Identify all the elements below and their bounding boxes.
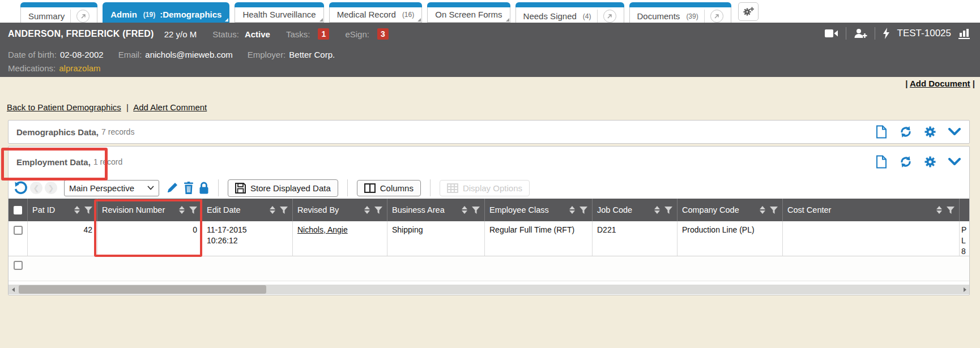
column-label: Pat ID <box>32 205 71 214</box>
back-to-demographics-link[interactable]: Back to Patient Demographics <box>7 102 121 112</box>
undo-icon[interactable] <box>13 181 28 195</box>
sort-icon[interactable] <box>74 206 80 214</box>
tab-count: (4) <box>583 12 591 20</box>
grid-header-row: Pat ID Revision Number Edit Date Revised… <box>8 199 969 221</box>
tab-accent-strip <box>103 2 229 7</box>
tab-medical-record[interactable]: Medical Record(16) <box>329 2 423 23</box>
cell-pat-id: 42 <box>27 221 97 256</box>
column-header-employee-class[interactable]: Employee Class <box>484 199 592 221</box>
gear-icon[interactable] <box>923 125 937 139</box>
select-chevron-icon <box>147 186 154 190</box>
scroll-right-arrow-icon[interactable] <box>960 287 969 292</box>
column-label: Cost Center <box>787 205 933 214</box>
row-checkbox[interactable] <box>14 226 23 235</box>
footer-checkbox[interactable] <box>14 261 23 270</box>
popout-arrow-icon[interactable] <box>76 10 90 23</box>
scrollbar-thumb[interactable] <box>19 285 266 294</box>
lock-icon[interactable] <box>199 182 209 194</box>
tasks-label: Tasks: <box>286 29 310 39</box>
lightning-bolt-icon[interactable] <box>883 28 890 39</box>
medication-link[interactable]: alprazolam <box>59 63 100 73</box>
new-document-icon[interactable] <box>875 155 888 169</box>
tab-settings-gears-icon[interactable] <box>738 2 759 21</box>
edit-pencil-icon[interactable] <box>166 182 178 194</box>
refresh-icon[interactable] <box>899 125 913 139</box>
horizontal-scrollbar[interactable] <box>8 285 969 294</box>
column-header-job-code[interactable]: Job Code <box>592 199 677 221</box>
scroll-left-arrow-icon[interactable] <box>8 287 18 292</box>
tab-on-screen-forms[interactable]: On Screen Forms <box>427 2 510 23</box>
filter-funnel-icon[interactable] <box>580 207 587 214</box>
popout-arrow-icon[interactable] <box>603 10 616 23</box>
add-person-icon[interactable] <box>854 28 867 38</box>
select-all-checkbox[interactable] <box>8 199 27 221</box>
divider <box>875 27 875 40</box>
column-header-pat-id[interactable]: Pat ID <box>27 199 97 221</box>
new-document-icon[interactable] <box>875 125 888 139</box>
cell-revision-number: 0 <box>97 221 202 256</box>
columns-button[interactable]: Columns <box>357 180 421 196</box>
cell-edit-date: 11-17-2015 10:26:12 <box>202 221 292 256</box>
filter-funnel-icon[interactable] <box>374 207 382 214</box>
add-document-row: | Add Document | <box>905 79 975 88</box>
sort-icon[interactable] <box>270 206 275 214</box>
column-header-company-code[interactable]: Company Code <box>677 199 782 221</box>
sort-icon[interactable] <box>760 206 765 214</box>
add-document-link[interactable]: Add Document <box>910 79 970 88</box>
tab-health-surveillance[interactable]: Health Surveillance <box>235 2 323 23</box>
filter-funnel-icon[interactable] <box>189 207 197 214</box>
column-header-cost-center[interactable]: Cost Center <box>782 199 959 221</box>
medications-label: Medications: <box>8 63 56 73</box>
next-perspective-icon[interactable]: ❯ <box>45 182 57 194</box>
sort-icon[interactable] <box>179 206 185 214</box>
tab-label-suffix: :Demographics <box>160 10 221 19</box>
column-label: Edit Date <box>207 205 266 214</box>
filter-funnel-icon[interactable] <box>472 207 480 214</box>
patient-name: ANDERSON, FREDERICK (FRED) <box>8 29 154 39</box>
gear-icon[interactable] <box>923 155 937 169</box>
tab-accent-strip <box>629 2 731 7</box>
column-header-revised-by[interactable]: Revised By <box>292 199 387 221</box>
filter-funnel-icon[interactable] <box>280 207 288 214</box>
tab-accent-strip <box>427 2 510 7</box>
divider <box>704 10 705 23</box>
delete-trash-icon[interactable] <box>184 182 194 194</box>
employment-grid: Pat ID Revision Number Edit Date Revised… <box>8 199 969 294</box>
pipe: | <box>973 79 975 88</box>
filter-funnel-icon[interactable] <box>947 207 955 214</box>
tab-admin-demographics[interactable]: Admin(19):Demographics <box>103 2 229 23</box>
sort-icon[interactable] <box>569 206 575 214</box>
column-label: Revised By <box>297 205 361 214</box>
cell-business-area: Shipping <box>387 221 484 256</box>
previous-perspective-icon[interactable]: ❮ <box>30 182 42 194</box>
employer-value: Better Corp. <box>289 50 335 59</box>
perspective-selected-value: Main Perspective <box>69 183 134 193</box>
revised-by-link[interactable]: Nichols, Angie <box>297 225 348 234</box>
link-separator: | <box>126 102 129 112</box>
video-camera-icon[interactable] <box>825 29 838 38</box>
tasks-badge[interactable]: 1 <box>318 28 329 40</box>
popout-arrow-icon[interactable] <box>710 10 723 23</box>
collapse-chevron-down-icon[interactable] <box>948 125 961 139</box>
filter-funnel-icon[interactable] <box>770 207 778 214</box>
filter-funnel-icon[interactable] <box>84 207 92 214</box>
refresh-icon[interactable] <box>899 155 913 169</box>
tab-accent-strip <box>20 2 97 7</box>
sort-icon[interactable] <box>936 206 942 214</box>
filter-funnel-icon[interactable] <box>664 207 672 214</box>
bar-chart-icon[interactable] <box>958 28 971 39</box>
sort-icon[interactable] <box>364 206 370 214</box>
sort-icon[interactable] <box>654 206 660 214</box>
patient-age-sex: 22 y/o M <box>164 29 197 39</box>
column-header-revision-number[interactable]: Revision Number <box>97 199 202 221</box>
esign-badge[interactable]: 3 <box>377 28 389 40</box>
collapse-chevron-down-icon[interactable] <box>948 155 961 169</box>
column-header-business-area[interactable]: Business Area <box>387 199 484 221</box>
pipe: | <box>905 79 907 88</box>
column-header-edit-date[interactable]: Edit Date <box>202 199 292 221</box>
employment-data-panel: Employment Data, 1 record <box>8 146 970 295</box>
add-alert-comment-link[interactable]: Add Alert Comment <box>133 102 207 112</box>
sort-icon[interactable] <box>462 206 467 214</box>
perspective-select[interactable]: Main Perspective <box>64 180 159 196</box>
store-displayed-data-button[interactable]: Store Displayed Data <box>228 179 338 197</box>
